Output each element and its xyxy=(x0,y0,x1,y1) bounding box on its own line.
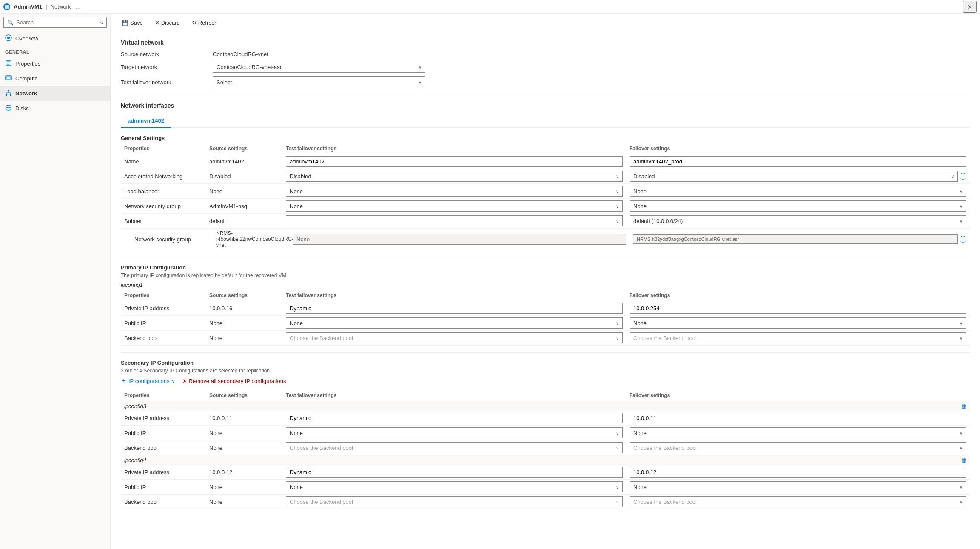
ipconfig3-failover-private-input[interactable] xyxy=(630,413,966,423)
target-network-dropdown[interactable]: ContosoCloudRG-vnet-asr ∨ xyxy=(213,61,425,73)
test-subnet-cell: ∨ xyxy=(282,214,626,228)
test-public-ip-select[interactable]: None ∨ xyxy=(286,317,623,329)
info-icon[interactable]: i xyxy=(960,173,966,180)
general-settings-header: Properties Source settings Test failover… xyxy=(121,143,970,154)
sidebar-collapse-button[interactable]: « xyxy=(100,20,103,26)
failover-lb-select[interactable]: None ∨ xyxy=(630,186,966,197)
failover-name-input[interactable] xyxy=(630,156,966,167)
failover-private-ip-cell xyxy=(626,465,970,479)
test-private-ip-cell xyxy=(282,411,626,425)
ipconfig3-header: ipconfig3 🗑 xyxy=(121,401,970,411)
save-icon: 💾 xyxy=(122,20,128,26)
failover-nsg-cell: None ∨ xyxy=(626,199,970,213)
test-private-ip-cell xyxy=(282,465,626,479)
tab-adminvm1402[interactable]: adminvm1402 xyxy=(121,114,171,128)
ipconfig4-row-private: Private IP address 10.0.0.12 xyxy=(121,465,970,480)
primary-ip-desc: The primary IP configuration is replicat… xyxy=(121,272,970,278)
title-bar: AdminVM1 | Network ... ✕ xyxy=(0,0,980,14)
add-ip-config-button[interactable]: ＋ IP configurations ∨ xyxy=(121,377,176,385)
failover-subnet-select[interactable]: default (10.0.0.0/24) ∨ xyxy=(630,215,966,226)
search-icon: 🔍 xyxy=(7,20,14,26)
failover-accel-select[interactable]: Disabled ∨ xyxy=(630,171,958,182)
failover-private-ip-input[interactable] xyxy=(630,303,966,314)
remove-secondary-button[interactable]: ✕ Remove all secondary IP configurations xyxy=(182,378,286,384)
discard-button[interactable]: ✕ Discard xyxy=(151,17,184,29)
ipconfig4-failover-public-select[interactable]: None ∨ xyxy=(630,481,966,492)
sidebar-item-network[interactable]: Network xyxy=(0,86,110,101)
ipconfig4-test-backend-select[interactable]: Choose the Backend pool ∨ xyxy=(286,496,623,507)
test-name-input[interactable] xyxy=(286,156,623,167)
general-row-nsg2: Network security group NRMS-r45owhbei22n… xyxy=(121,229,970,250)
test-backend-pool-select[interactable]: Choose the Backend pool ∨ xyxy=(286,332,623,343)
source-subnet: default xyxy=(206,216,282,226)
ipconfig3-test-private-input[interactable] xyxy=(286,413,623,423)
network-interfaces-title: Network interfaces xyxy=(121,102,970,109)
ipconfig4-test-private-input[interactable] xyxy=(286,467,623,478)
search-input[interactable] xyxy=(16,19,97,26)
ipconfig4-name: ipconfig4 xyxy=(124,457,146,463)
failover-public-ip-select[interactable]: None ∨ xyxy=(630,317,966,329)
sidebar-item-properties[interactable]: Properties xyxy=(0,56,110,71)
test-failover-label: Test failover network xyxy=(121,79,206,86)
delete-ipconfig4-icon[interactable]: 🗑 xyxy=(961,457,966,463)
failover-private-ip-cell xyxy=(626,301,970,315)
svg-rect-11 xyxy=(10,94,11,96)
failover-public-ip-cell: None ∨ xyxy=(626,480,970,494)
svg-rect-9 xyxy=(8,90,9,91)
sidebar-item-overview[interactable]: Overview xyxy=(0,31,110,46)
test-failover-dropdown[interactable]: Select ∨ xyxy=(213,76,425,88)
failover-backend-pool-cell: Choose the Backend pool ∨ xyxy=(626,331,970,345)
prop-name: Name xyxy=(121,157,206,166)
sidebar-item-compute[interactable]: Compute xyxy=(0,71,110,86)
save-button[interactable]: 💾 Save xyxy=(117,17,147,29)
chevron-down-icon: ∨ xyxy=(960,219,963,223)
chevron-down-icon: ∨ xyxy=(616,219,619,223)
ipconfig3-row-private: Private IP address 10.0.0.11 xyxy=(121,411,970,426)
source-nsg: AdminVM1-nsg xyxy=(206,201,282,211)
secondary-ip-header: Properties Source settings Test failover… xyxy=(121,390,970,401)
prop-private-ip: Private IP address xyxy=(121,413,206,423)
plus-icon: ＋ xyxy=(121,377,127,385)
chevron-down-icon: ∨ xyxy=(960,204,963,209)
failover-subnet-cell: default (10.0.0.0/24) ∨ xyxy=(626,214,970,228)
ipconfig3-failover-public-select[interactable]: None ∨ xyxy=(630,427,966,438)
col-header-properties: Properties xyxy=(121,143,206,154)
close-button[interactable]: ✕ xyxy=(963,1,977,13)
network-interfaces-section: Network interfaces adminvm1402 General S… xyxy=(121,102,970,509)
failover-backend-pool-select[interactable]: Choose the Backend pool ∨ xyxy=(630,332,966,343)
sidebar-item-disks[interactable]: Disks xyxy=(0,101,110,116)
test-accel-cell: Disabled ∨ xyxy=(282,169,626,183)
failover-nsg-select[interactable]: None ∨ xyxy=(630,200,966,212)
refresh-button[interactable]: ↻ Refresh xyxy=(188,17,222,29)
col-header-source: Source settings xyxy=(206,290,282,301)
ipconfig4-failover-private-input[interactable] xyxy=(630,467,966,478)
test-accel-select[interactable]: Disabled ∨ xyxy=(286,171,623,182)
delete-ipconfig3-icon[interactable]: 🗑 xyxy=(961,403,966,409)
test-subnet-select[interactable]: ∨ xyxy=(286,215,623,226)
info-icon[interactable]: i xyxy=(960,236,966,243)
source-private-ip: 10.0.0.11 xyxy=(206,413,282,423)
test-nsg-select[interactable]: None ∨ xyxy=(286,200,623,212)
properties-icon xyxy=(5,60,12,68)
title-more[interactable]: ... xyxy=(74,3,82,10)
primary-ip-row-private: Private IP address 10.0.0.16 xyxy=(121,301,970,316)
ipconfig4-failover-backend-select[interactable]: Choose the Backend pool ∨ xyxy=(630,496,966,507)
test-private-ip-input[interactable] xyxy=(286,303,623,314)
ipconfig3-test-backend-select[interactable]: Choose the Backend pool ∨ xyxy=(286,442,623,453)
source-nsg2: NRMS-r45owhbei22nwContosoCloudRG-vnet xyxy=(213,229,289,250)
chevron-down-icon: ∨ xyxy=(616,431,619,435)
ipconfig3-failover-backend-select[interactable]: Choose the Backend pool ∨ xyxy=(630,442,966,453)
test-public-ip-cell: None ∨ xyxy=(282,316,626,330)
prop-private-ip: Private IP address xyxy=(121,467,206,477)
source-public-ip: None xyxy=(206,318,282,328)
target-network-label: Target network xyxy=(121,64,206,70)
ipconfig4-test-public-select[interactable]: None ∨ xyxy=(286,481,623,492)
test-lb-select[interactable]: None ∨ xyxy=(286,186,623,197)
failover-public-ip-cell: None ∨ xyxy=(626,426,970,440)
chevron-down-icon: ∨ xyxy=(419,80,422,85)
title-section: Network xyxy=(51,3,71,10)
chevron-down-icon: ∨ xyxy=(960,189,963,194)
ipconfig3-test-public-select[interactable]: None ∨ xyxy=(286,427,623,438)
source-network-value: ContosoCloudRG-vnet xyxy=(213,51,970,57)
virtual-network-section: Virtual network Source network ContosoCl… xyxy=(121,39,970,88)
